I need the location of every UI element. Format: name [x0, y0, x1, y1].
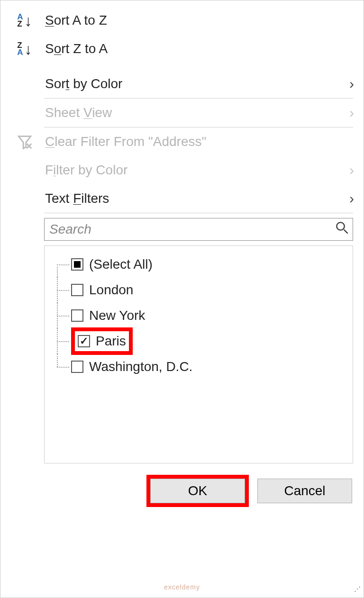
sort-a-to-z[interactable]: AZ ↓ Sort A to Z [0, 6, 364, 35]
filter-item-paris[interactable]: Paris [53, 328, 353, 354]
highlight-annotation: Paris [71, 327, 133, 355]
checkbox-indeterminate[interactable] [71, 258, 83, 271]
checkbox-checked[interactable] [78, 335, 90, 347]
chevron-right-icon: › [335, 105, 354, 121]
sort-az-label: Sort A to Z [45, 13, 107, 27]
sheet-view-label: Sheet View [45, 105, 112, 120]
sort-by-color[interactable]: Sort by Color › [0, 70, 364, 98]
filter-item-newyork[interactable]: New York [53, 303, 353, 328]
chevron-right-icon: › [335, 162, 354, 178]
filter-item-label: (Select All) [88, 257, 153, 272]
filter-by-color: Filter by Color › [0, 156, 364, 184]
filter-item-label: London [88, 282, 133, 298]
text-filters-label: Text Filters [45, 191, 109, 206]
text-filters[interactable]: Text Filters › [0, 184, 364, 213]
sort-z-to-a[interactable]: ZA ↓ Sort Z to A [0, 35, 364, 63]
cancel-button[interactable]: Cancel [257, 479, 352, 503]
resize-grip[interactable]: ⋰ [351, 585, 361, 595]
clear-filter: Clear Filter From "Address" [0, 127, 364, 156]
clear-filter-icon [11, 134, 38, 150]
sort-az-icon: AZ ↓ [11, 12, 38, 28]
watermark: exceldemy [164, 583, 200, 591]
ok-button[interactable]: OK [150, 479, 245, 503]
svg-line-3 [344, 229, 348, 233]
filter-item-london[interactable]: London [53, 277, 353, 303]
chevron-right-icon: › [335, 190, 354, 207]
filter-item-select-all[interactable]: (Select All) [53, 252, 353, 277]
checkbox-unchecked[interactable] [71, 309, 83, 322]
checkbox-unchecked[interactable] [71, 284, 83, 296]
sort-by-color-label: Sort by Color [45, 76, 122, 91]
filter-item-label: Washington, D.C. [88, 359, 192, 374]
sort-za-label: Sort Z to A [45, 41, 108, 56]
search-icon [332, 221, 353, 238]
sheet-view: Sheet View › [0, 99, 364, 127]
chevron-right-icon: › [335, 76, 354, 92]
filter-item-label: Paris [95, 334, 126, 349]
svg-point-2 [337, 222, 344, 230]
filter-item-washington[interactable]: Washington, D.C. [53, 354, 353, 380]
sort-za-icon: ZA ↓ [11, 41, 38, 57]
checkbox-unchecked[interactable] [71, 361, 83, 373]
clear-filter-label: Clear Filter From "Address" [45, 134, 206, 149]
search-input[interactable] [45, 218, 332, 240]
search-box[interactable] [44, 218, 353, 241]
filter-item-label: New York [88, 308, 145, 323]
filter-by-color-label: Filter by Color [45, 163, 127, 177]
filter-values-list[interactable]: (Select All) London New York Paris Washi… [44, 245, 353, 463]
